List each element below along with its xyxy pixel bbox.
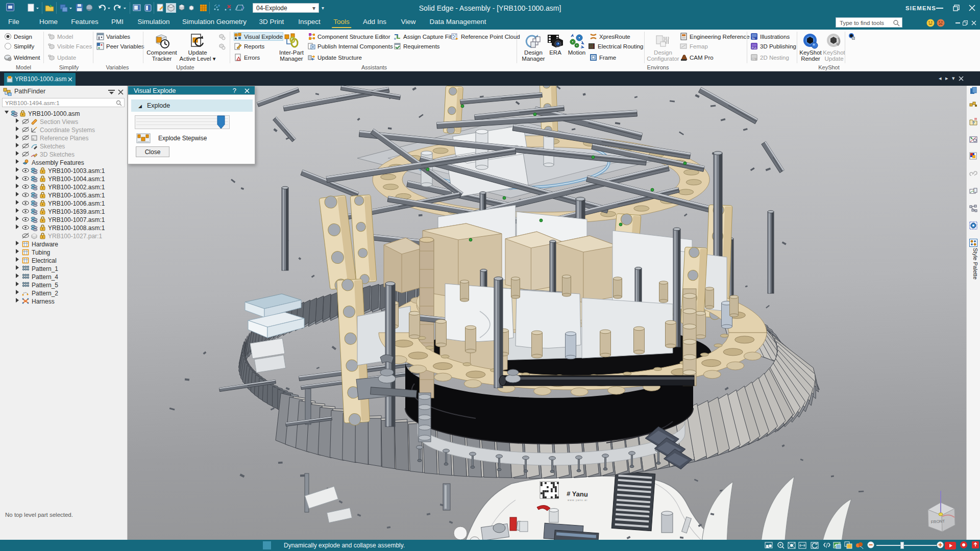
svg-text:Ilu: Ilu — [752, 37, 755, 40]
svg-text:w w w . y a n u . a i: w w w . y a n u . a i — [568, 499, 587, 502]
svg-text:Pub: Pub — [752, 46, 757, 49]
svg-text:2N: 2N — [752, 58, 755, 61]
svg-text:FRONT: FRONT — [931, 519, 945, 524]
svg-text:?: ? — [972, 120, 975, 126]
svg-text:# Yanu: # Yanu — [567, 490, 588, 498]
